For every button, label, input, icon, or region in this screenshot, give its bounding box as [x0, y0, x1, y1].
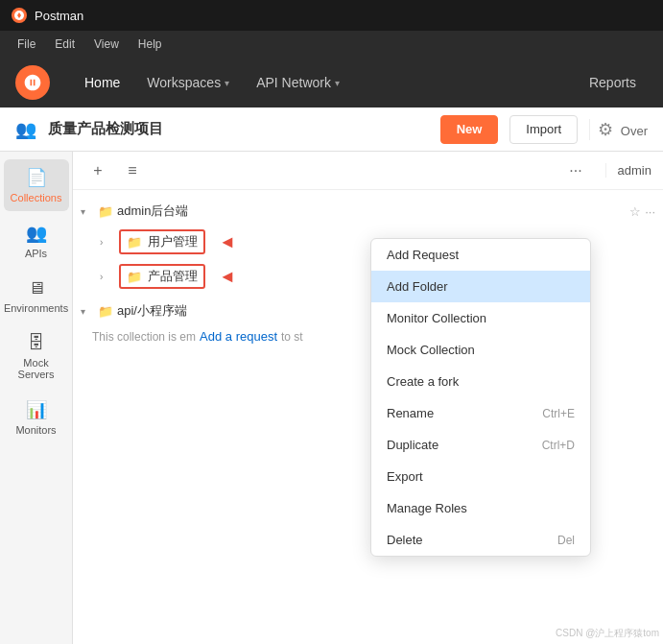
context-export[interactable]: Export	[371, 461, 590, 492]
folder-user-management-box: 📁 用户管理	[119, 229, 205, 254]
sidebar-item-monitors[interactable]: 📊 Monitors	[4, 392, 69, 443]
collection-admin-more-icon[interactable]: ···	[645, 204, 655, 219]
sidebar-item-collections[interactable]: 📄 Collections	[4, 159, 69, 211]
workspace-people-icon: 👥	[15, 119, 36, 140]
main-layout: 📄 Collections 👥 APIs 🖥 Environments 🗄 Mo…	[0, 152, 663, 644]
sidebar-item-environments[interactable]: 🖥 Environments	[4, 271, 69, 322]
app-title: Postman	[35, 9, 83, 23]
folder-product-label: 产品管理	[148, 268, 198, 285]
menu-view[interactable]: View	[86, 36, 127, 53]
header: Home Workspaces ▾ API Network ▾ Reports	[0, 58, 663, 107]
collection-api-folder-icon: 📁	[98, 304, 113, 319]
context-manage-roles[interactable]: Manage Roles	[371, 492, 590, 524]
environments-icon: 🖥	[28, 278, 45, 298]
apis-icon: 👥	[26, 223, 47, 244]
context-menu: Add Request Add Folder Monitor Collectio…	[370, 238, 591, 557]
sidebar-collections-label: Collections	[11, 192, 62, 203]
mock-servers-icon: 🗄	[28, 333, 45, 353]
context-duplicate[interactable]: Duplicate Ctrl+D	[371, 429, 590, 461]
nav-workspaces[interactable]: Workspaces ▾	[135, 69, 241, 96]
header-nav: Home Workspaces ▾ API Network ▾	[73, 69, 555, 96]
postman-header-logo[interactable]	[15, 65, 50, 100]
sidebar-mock-servers-label: Mock Servers	[8, 357, 65, 380]
context-rename[interactable]: Rename Ctrl+E	[371, 397, 590, 429]
filter-button[interactable]: ≡	[119, 157, 146, 184]
watermark: CSDN @沪上程序猿tom	[556, 627, 659, 640]
new-button[interactable]: New	[440, 115, 499, 144]
sidebar-monitors-label: Monitors	[15, 424, 56, 436]
import-button[interactable]: Import	[509, 115, 578, 144]
menu-help[interactable]: Help	[130, 36, 170, 53]
sidebar-item-apis[interactable]: 👥 APIs	[4, 215, 69, 267]
folder-icon-1: 📁	[127, 235, 142, 250]
admin-label: admin	[605, 163, 651, 178]
collection-admin-chevron: ▾	[81, 206, 94, 217]
title-bar: Postman	[0, 0, 663, 31]
workspaces-chevron-icon: ▾	[225, 78, 229, 88]
arrow-right-2: ◄	[219, 267, 236, 287]
folder-chevron-2: ›	[100, 272, 113, 282]
collection-admin-star-icon[interactable]: ☆	[629, 204, 641, 219]
nav-home[interactable]: Home	[73, 69, 131, 96]
context-create-fork[interactable]: Create a fork	[371, 366, 590, 397]
folder-user-label: 用户管理	[148, 233, 198, 250]
folder-product-management-box: 📁 产品管理	[119, 264, 205, 289]
context-monitor-collection[interactable]: Monitor Collection	[371, 302, 590, 334]
sidebar-environments-label: Environments	[4, 302, 68, 314]
collection-admin-folder-icon: 📁	[98, 204, 113, 219]
context-add-folder[interactable]: Add Folder	[371, 271, 590, 302]
nav-api-network[interactable]: API Network ▾	[245, 69, 351, 96]
toolbar-more-button[interactable]: ···	[569, 162, 581, 179]
nav-reports[interactable]: Reports	[578, 69, 648, 96]
menu-edit[interactable]: Edit	[47, 36, 83, 53]
collections-toolbar: + ≡ ··· admin	[73, 152, 663, 190]
menu-bar: File Edit View Help	[0, 31, 663, 58]
sidebar-item-mock-servers[interactable]: 🗄 Mock Servers	[4, 325, 69, 388]
folder-chevron-1: ›	[100, 237, 113, 248]
collection-admin[interactable]: ▾ 📁 admin后台端 ☆ ···	[73, 198, 663, 225]
workspace-title: 质量产品检测项目	[48, 120, 429, 138]
context-delete[interactable]: Delete Del	[371, 524, 590, 556]
context-mock-collection[interactable]: Mock Collection	[371, 334, 590, 366]
overflow-icon: ⚙	[598, 120, 613, 139]
workspace-overflow: ⚙ Over	[589, 119, 648, 140]
context-add-request[interactable]: Add Request	[371, 239, 590, 271]
collections-icon: 📄	[26, 167, 47, 188]
collection-api-chevron: ▾	[81, 306, 94, 317]
sidebar-apis-label: APIs	[25, 248, 47, 259]
monitors-icon: 📊	[26, 399, 47, 420]
menu-file[interactable]: File	[10, 36, 43, 53]
sidebar: 📄 Collections 👥 APIs 🖥 Environments 🗄 Mo…	[0, 152, 73, 644]
add-request-link[interactable]: Add a request	[200, 329, 277, 344]
api-network-chevron-icon: ▾	[335, 78, 340, 88]
collection-admin-label: admin后台端	[117, 203, 626, 220]
add-collection-button[interactable]: +	[84, 157, 111, 184]
arrow-right-1: ◄	[219, 232, 236, 252]
postman-logo-icon	[12, 8, 27, 23]
content-panel: + ≡ ··· admin ▾ 📁 admin后台端 ☆ ··· › 📁 用户管…	[73, 152, 663, 644]
workspace-bar: 👥 质量产品检测项目 New Import ⚙ Over	[0, 107, 663, 152]
folder-icon-2: 📁	[127, 270, 142, 284]
